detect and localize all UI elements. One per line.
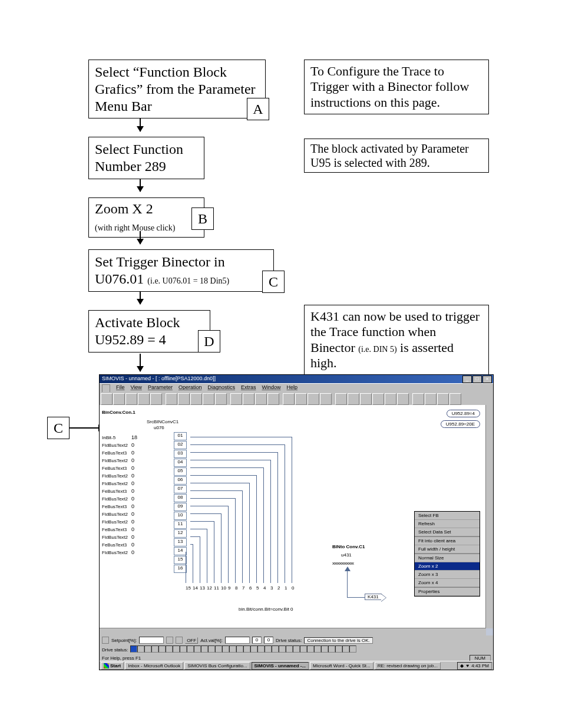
maximize-button[interactable]: □: [472, 375, 482, 383]
io-value[interactable]: 0: [131, 465, 134, 471]
toolbar-button-27[interactable]: [449, 393, 461, 405]
io-value[interactable]: 0: [131, 542, 134, 548]
vertical-scrollbar[interactable]: [485, 405, 493, 628]
toolbar-button-24[interactable]: [412, 393, 424, 405]
tray-icon[interactable]: ◆: [460, 663, 464, 668]
toolbar-button-9[interactable]: [215, 393, 227, 405]
ctx-zoom-x3[interactable]: Zoom x 3: [415, 571, 480, 579]
ctx-select-dataset[interactable]: Select Data Set: [415, 528, 480, 536]
toolbar-button-5[interactable]: [166, 393, 177, 405]
toolbar-button-13[interactable]: [267, 393, 279, 405]
drive-cell: [151, 645, 158, 653]
ctx-fit-client[interactable]: Fit into client area: [415, 537, 480, 545]
minimize-button[interactable]: _: [462, 375, 472, 383]
start-button[interactable]: Start: [101, 662, 124, 670]
ctx-properties[interactable]: Properties: [415, 588, 480, 596]
close-button[interactable]: ×: [482, 375, 492, 383]
botnum: 7: [242, 585, 244, 591]
io-value[interactable]: 0: [131, 480, 134, 486]
io-value[interactable]: 0: [131, 488, 134, 494]
botnum: 1: [285, 585, 287, 591]
toolbar-button-3[interactable]: [138, 393, 150, 405]
step3-sub: (with right Mouse click): [95, 223, 175, 232]
toolbar-button-15[interactable]: [295, 393, 307, 405]
toolbar-button-21[interactable]: [372, 393, 384, 405]
io-value[interactable]: 0: [131, 473, 134, 479]
io-value[interactable]: 0: [131, 511, 134, 517]
drive-cell: [335, 645, 342, 653]
toolbar-button-18[interactable]: [335, 393, 347, 405]
arrow-2: [140, 179, 141, 192]
status-bar-2: Drive status:: [100, 645, 493, 654]
io-value[interactable]: 0: [131, 442, 134, 448]
status-num1: 0: [252, 637, 262, 644]
horizontal-scrollbar[interactable]: [100, 628, 486, 635]
io-label: FldBusText2: [102, 550, 131, 555]
drive-cell: [158, 645, 166, 653]
io-value[interactable]: 0: [131, 519, 134, 525]
task-email[interactable]: RE: revised drawing on job...: [375, 662, 441, 670]
ctx-refresh[interactable]: Refresh: [415, 520, 480, 528]
app-screenshot: SIMOVIS - unnamed - [ : offline[PSA12000…: [99, 374, 494, 670]
out-label3: xxxxxxxxxxxx: [332, 561, 353, 566]
step3-main: Zoom X 2: [95, 201, 153, 216]
toolbar-button-17[interactable]: [320, 393, 332, 405]
io-value[interactable]: 0: [131, 526, 134, 532]
ctx-full-width[interactable]: Full width / height: [415, 545, 480, 554]
toolbar-button-16[interactable]: [308, 393, 319, 405]
io-table: InBit-518FldBusText20FeBusText30FldBusTe…: [102, 434, 137, 557]
task-simovis-active[interactable]: SIMOVIS - unnamed -...: [252, 662, 309, 670]
task-outlook[interactable]: Inbox - Microsoft Outlook: [125, 662, 183, 670]
io-value[interactable]: 0: [131, 549, 134, 555]
step4-sub: (i.e. U076.01 = 18 Din5): [147, 276, 229, 285]
io-value[interactable]: 0: [131, 457, 134, 463]
io-value[interactable]: 0: [131, 534, 134, 540]
io-label: FldBusText2: [102, 458, 131, 463]
toolbar-button-20[interactable]: [360, 393, 372, 405]
botnum: 10: [221, 585, 226, 591]
toolbar-button-23[interactable]: [397, 393, 409, 405]
ctx-zoom-x4[interactable]: Zoom x 4: [415, 579, 480, 587]
toolbar-button-2[interactable]: [125, 393, 137, 405]
drive-cell: [215, 645, 222, 653]
step1-text: Select “Function Block Grafics” from the…: [95, 64, 256, 114]
toolbar-button-26[interactable]: [437, 393, 449, 405]
toolbar-button-22[interactable]: [385, 393, 396, 405]
io-label: FeBusText3: [102, 542, 131, 548]
toolbar-button-14[interactable]: [283, 393, 295, 405]
task-simovis-bus[interactable]: SIMOVIS Bus Configuratio...: [184, 662, 250, 670]
toolbar-button-7[interactable]: [190, 393, 202, 405]
step4-box: Set Trigger Binector in U076.01 (i.e. U0…: [88, 249, 274, 292]
toolbar-button-10[interactable]: [230, 393, 242, 405]
toolbar-button-19[interactable]: [348, 393, 359, 405]
toolbar-button-12[interactable]: [255, 393, 267, 405]
task-word[interactable]: Microsoft Word - Quick St...: [310, 662, 373, 670]
ctx-select-fb[interactable]: Select FB: [415, 512, 480, 520]
io-value[interactable]: 0: [131, 503, 134, 509]
ctx-normal-size[interactable]: Normal Size: [415, 554, 480, 562]
tray-icon2[interactable]: ♥: [466, 663, 469, 668]
drive-cell: [293, 645, 300, 653]
toolbar-button-11[interactable]: [243, 393, 254, 405]
off-button[interactable]: OFF: [185, 637, 198, 644]
drive-cell: [300, 645, 307, 653]
io-value[interactable]: 18: [131, 434, 137, 440]
diagram-canvas[interactable]: U952.89=4 U952.89=20E BinConv.Con.1 SrcB…: [100, 405, 486, 628]
ctx-zoom-x2[interactable]: Zoom x 2: [415, 562, 480, 571]
io-value[interactable]: 0: [131, 450, 134, 456]
io-label: FeBusText3: [102, 527, 131, 532]
drive-cell: [307, 645, 314, 653]
setpoint-field[interactable]: [139, 637, 164, 644]
window-controls: _ □ ×: [462, 375, 492, 383]
toolbar-button-8[interactable]: [203, 393, 214, 405]
drive-cell: [201, 645, 208, 653]
toolbar-button-25[interactable]: [425, 393, 437, 405]
io-label: FeBusText3: [102, 504, 131, 509]
toolbar-button-0[interactable]: [101, 393, 113, 405]
toolbar-button-1[interactable]: [113, 393, 125, 405]
system-tray[interactable]: ◆ ♥ 4:43 PM: [457, 662, 492, 670]
io-label: FldBusText2: [102, 535, 131, 540]
toolbar-button-6[interactable]: [178, 393, 190, 405]
toolbar-button-4[interactable]: [150, 393, 162, 405]
io-value[interactable]: 0: [131, 496, 134, 502]
